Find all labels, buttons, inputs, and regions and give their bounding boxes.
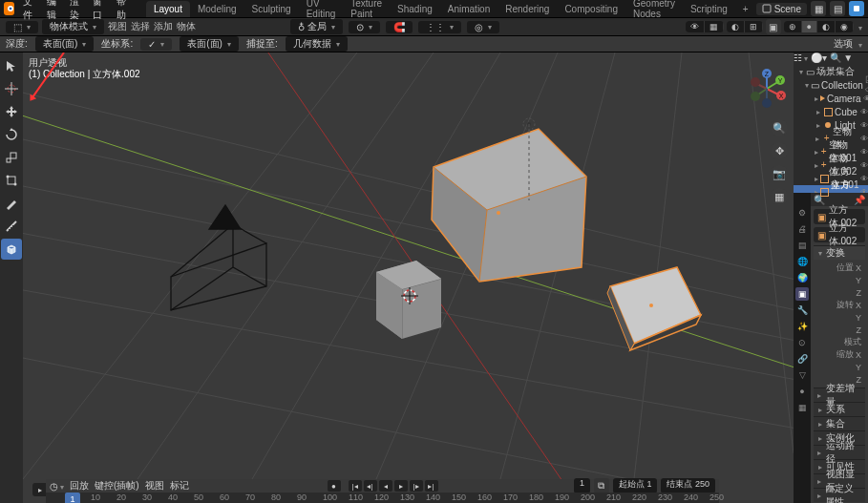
gizmo-z[interactable]: Z <box>762 69 772 78</box>
tool-add-cube[interactable] <box>1 239 22 260</box>
snap-toggle[interactable]: 🧲 <box>386 21 413 33</box>
hdr-view[interactable]: 视图 <box>108 20 127 33</box>
pivot-dropdown[interactable]: ⊙ <box>349 21 380 33</box>
outliner-item-Cube[interactable]: ▸Cube👁 <box>794 105 868 118</box>
xray-toggle[interactable]: ▣ <box>766 19 781 34</box>
scene-picker[interactable]: Scene <box>756 3 807 15</box>
frame-current[interactable]: 1 <box>574 478 590 493</box>
vp-camera-icon[interactable]: 📷 <box>771 165 788 182</box>
ptab-constraints[interactable]: 🔗 <box>795 352 809 366</box>
outliner-filter-icon[interactable]: ⚪▾ <box>811 52 827 63</box>
preview-range-icon[interactable]: ⧉ <box>594 478 609 493</box>
timeline-ruler[interactable]: 1 10203040506070809010011012013014015016… <box>46 493 719 503</box>
ptab-physics[interactable]: ⊙ <box>795 336 809 349</box>
gizmo-nz[interactable] <box>762 98 772 108</box>
gizmo-nx[interactable] <box>751 77 760 87</box>
ws-modeling[interactable]: Modeling <box>190 1 244 17</box>
tool-measure[interactable] <box>1 216 22 237</box>
jump-end[interactable]: ▸| <box>425 480 438 492</box>
play-rev[interactable]: ◂ <box>379 480 392 492</box>
options-chevron[interactable] <box>857 39 862 50</box>
editor-type-icon[interactable]: ⬚ <box>6 21 38 33</box>
panel-自定义属性[interactable]: ▸自定义属性 <box>814 489 865 502</box>
gizmo-x[interactable]: X <box>776 91 786 100</box>
outliner-item-Camera[interactable]: ▸Camera👁 <box>794 92 868 105</box>
timeline-editor-icon[interactable]: ◷ <box>50 481 64 492</box>
3d-viewport[interactable]: 用户透视 (1) Collection | 立方体.002 X Y Z 🔍 ✥ … <box>23 52 794 503</box>
scene-collection-node[interactable]: ▾▭ 场景集合 <box>794 65 868 78</box>
tool-transform[interactable] <box>1 170 22 191</box>
viewlayer-picker[interactable] <box>849 1 864 16</box>
new-scene-icon[interactable]: ▦ <box>811 1 826 16</box>
hdr-object[interactable]: 物体 <box>177 20 196 33</box>
jump-start[interactable]: |◂ <box>349 480 362 492</box>
outliner-search-icon[interactable]: 🔍 <box>830 52 841 63</box>
frame-end[interactable]: 结束点 250 <box>661 478 715 493</box>
ws-layout[interactable]: Layout <box>146 1 190 17</box>
depth-dropdown[interactable]: 表面(面) <box>35 36 95 52</box>
ws-comp[interactable]: Compositing <box>557 1 625 17</box>
collection-node[interactable]: ▾▭ Collection ☑👁 <box>794 78 868 92</box>
tool-annotate[interactable] <box>1 193 22 214</box>
gizmo-y[interactable]: Y <box>775 75 785 85</box>
shading-solid[interactable]: ● <box>802 21 817 32</box>
tool-cursor[interactable] <box>1 78 22 99</box>
ptab-scene[interactable]: 🌐 <box>795 255 809 268</box>
props-datablock[interactable]: ▣ 立方体.002 <box>814 227 865 242</box>
tool-select-box[interactable] <box>1 55 22 76</box>
orientation-dropdown[interactable]: ♁ 全局 <box>290 19 343 34</box>
hdr-add[interactable]: 添加 <box>154 20 173 33</box>
tl-view[interactable]: 视图 <box>145 479 164 493</box>
gizmo-visibility[interactable]: 👁▦ <box>686 21 724 32</box>
ws-sculpting[interactable]: Sculpting <box>244 1 299 17</box>
menu-help[interactable]: 帮助 <box>116 0 130 22</box>
overlays-toggle[interactable]: ◐⊞ <box>727 21 763 32</box>
ptab-modifiers[interactable]: 🔧 <box>795 304 809 317</box>
options-label[interactable]: 选项 <box>834 37 853 51</box>
tool-move[interactable] <box>1 101 22 122</box>
ptab-viewlayer[interactable]: ▤ <box>795 239 809 252</box>
hdr-select[interactable]: 选择 <box>131 20 150 33</box>
panel-变差增量[interactable]: ▸变差增量 <box>814 388 865 402</box>
tl-keying[interactable]: 键控(插帧) <box>95 479 139 493</box>
outliner-type-icon[interactable]: ☷ <box>794 52 808 63</box>
ws-render[interactable]: Rendering <box>498 1 557 17</box>
axis-dropdown[interactable]: 表面(面) <box>180 36 239 52</box>
ptab-render[interactable]: ⚙ <box>795 206 809 220</box>
panel-集合[interactable]: ▸集合 <box>814 417 865 430</box>
panel-运动路径[interactable]: ▸运动路径 <box>814 446 865 459</box>
ptab-output[interactable]: 🖨 <box>795 222 809 236</box>
vp-zoom-icon[interactable]: 🔍 <box>771 119 788 136</box>
ptab-world[interactable]: 🌍 <box>795 271 809 284</box>
keyframe-prev[interactable]: ◂| <box>364 480 377 492</box>
menu-file[interactable]: 文件 <box>23 0 36 22</box>
ptab-data[interactable]: ▽ <box>795 368 809 382</box>
mode-dropdown[interactable]: 物体模式 <box>42 19 104 34</box>
vp-move-icon[interactable]: ✥ <box>771 142 788 159</box>
frame-start[interactable]: 起始点 1 <box>613 478 658 493</box>
ws-geonodes[interactable]: Geometry Nodes <box>625 0 683 22</box>
autokey-toggle[interactable]: ● <box>328 480 341 492</box>
ws-add[interactable]: + <box>735 1 756 17</box>
ws-script[interactable]: Scripting <box>683 1 735 17</box>
shading-rendered[interactable]: ◉ <box>836 21 854 32</box>
keyframe-next[interactable]: |▸ <box>410 480 423 492</box>
shading-matprev[interactable]: ◐ <box>817 21 836 32</box>
tool-rotate[interactable] <box>1 124 22 145</box>
outliner-filter-funnel-icon[interactable]: ▼ <box>843 52 853 63</box>
snap-type[interactable]: ⋮⋮ <box>418 21 461 33</box>
tl-marker[interactable]: 标记 <box>170 479 189 493</box>
viewlayer-icon[interactable]: ▤ <box>830 1 845 16</box>
ws-shading[interactable]: Shading <box>390 1 440 17</box>
axis-toggle[interactable]: ✓ <box>140 38 172 51</box>
proportional-edit[interactable]: ◎ <box>467 21 499 33</box>
vp-persp-icon[interactable]: ▦ <box>771 188 788 205</box>
ws-anim[interactable]: Animation <box>440 1 498 17</box>
ptab-particles[interactable]: ✨ <box>795 320 809 333</box>
shading-options[interactable] <box>857 22 862 32</box>
tool-scale[interactable] <box>1 147 22 168</box>
nav-gizmo[interactable]: X Y Z <box>748 70 786 108</box>
panel-transform[interactable]: ▾变换 <box>814 246 865 260</box>
tl-playback[interactable]: 回放 <box>70 479 89 493</box>
dist-dropdown[interactable]: 几何数据 <box>286 36 348 52</box>
